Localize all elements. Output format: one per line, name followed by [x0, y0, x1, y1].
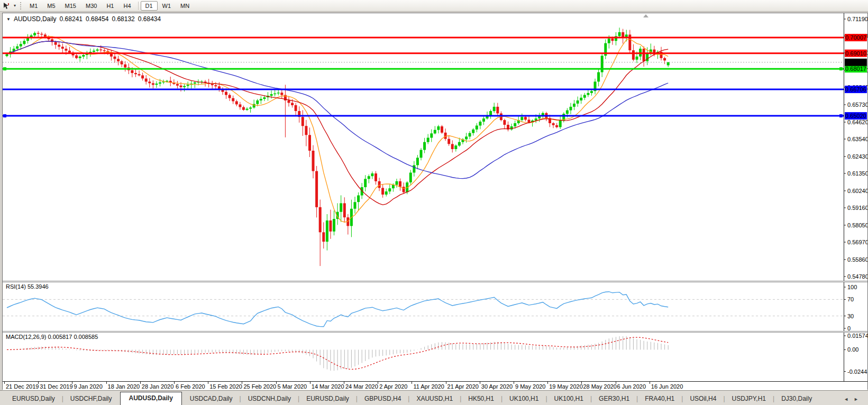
- toolbar-grip-handle[interactable]: [20, 2, 21, 10]
- timeframe-button-mn[interactable]: MN: [176, 1, 194, 11]
- line-handle[interactable]: [3, 67, 6, 70]
- time-axis-label: 16 Jun 2020: [651, 383, 683, 390]
- price-label-text: 0.68434: [845, 59, 866, 66]
- tab-ger30-h1[interactable]: GER30,H1: [592, 393, 636, 405]
- price-tick-label: 0.56970: [847, 239, 867, 245]
- time-axis-tick: [276, 382, 277, 384]
- tab-usoil-h4[interactable]: USOil,H4: [683, 393, 723, 405]
- tab-usdchf-daily[interactable]: USDCHF,Daily: [63, 393, 119, 405]
- tab-fra40-h1[interactable]: FRA40,H1: [638, 393, 681, 405]
- time-axis-tick: [378, 382, 378, 384]
- macd-indicator-panel[interactable]: 0.0157410.00-0.024412 MACD(12,26,9) 0.00…: [3, 333, 867, 381]
- macd-tick-label: -0.024412: [847, 369, 867, 375]
- price-label-text: 0.69010: [845, 50, 866, 57]
- price-label-text: 0.68017: [845, 66, 866, 72]
- tabs-scroll-right-icon[interactable]: ►: [854, 397, 864, 402]
- timeframe-button-m5[interactable]: M5: [42, 1, 60, 11]
- price-tick-label: 0.60240: [847, 188, 867, 194]
- timeframe-button-h4[interactable]: H4: [118, 1, 135, 11]
- symbol-timeframe-label: AUDUSD,Daily: [14, 15, 57, 23]
- time-axis-tick: [4, 382, 5, 384]
- time-axis-label: 19 May 2020: [549, 383, 583, 390]
- price-tick-label: 0.65730: [847, 102, 867, 108]
- timeframe-button-d1[interactable]: D1: [141, 1, 158, 11]
- ohlc-close-value: 0.68434: [138, 15, 161, 23]
- chart-shift-marker-icon[interactable]: [643, 14, 648, 17]
- price-chart-panel[interactable]: 0.711900.701100.690300.679200.668400.657…: [3, 13, 867, 281]
- price-tick-label: 0.62430: [847, 153, 867, 160]
- rsi-tick-label: 100: [847, 284, 857, 290]
- time-axis-label: 11 Apr 2020: [413, 383, 444, 390]
- tab-gbpusd-h4[interactable]: GBPUSD,H4: [358, 393, 408, 405]
- timeframe-button-h1[interactable]: H1: [102, 1, 118, 11]
- crosshair-tool-button[interactable]: [1, 1, 12, 11]
- time-axis-tick: [174, 382, 175, 384]
- chart-window: 0.711900.701100.690300.679200.668400.657…: [2, 13, 868, 390]
- price-tick-label: 0.61350: [847, 170, 867, 177]
- tab-eurusd-daily[interactable]: EURUSD,Daily: [299, 393, 356, 405]
- price-chart-canvas[interactable]: 0.711900.701100.690300.679200.668400.657…: [3, 13, 867, 281]
- timeframe-button-group: M1M5M15M30H1H4D1W1MN: [25, 1, 194, 11]
- chart-collapse-icon[interactable]: ▼: [6, 17, 11, 22]
- tab-usdjpy-h1[interactable]: USDJPY,H1: [725, 393, 773, 405]
- toolbar-separator: [138, 2, 139, 10]
- price-tick-label: 0.54780: [847, 273, 867, 280]
- tab-usdcnh-daily[interactable]: USDCNH,Daily: [241, 393, 298, 405]
- rsi-tick-label: 0: [847, 325, 851, 331]
- macd-label: MACD(12,26,9) 0.005817 0.008585: [6, 334, 98, 340]
- price-label-text: 0.65020: [845, 113, 866, 119]
- time-axis-tick: [514, 382, 514, 384]
- line-handle[interactable]: [839, 67, 843, 70]
- line-handle[interactable]: [839, 114, 843, 117]
- tab-eurusd-daily[interactable]: EURUSD,Daily: [5, 393, 62, 405]
- time-axis-label: 9 Jan 2020: [74, 383, 102, 390]
- timeframe-button-m1[interactable]: M1: [25, 1, 42, 11]
- time-axis-label: 18 Jan 2020: [108, 383, 140, 390]
- chart-title: ▼ AUDUSD,Daily 0.68241 0.68454 0.68132 0…: [6, 15, 164, 23]
- time-axis-label: 30 Apr 2020: [481, 383, 513, 390]
- price-tick-label: 0.64620: [847, 119, 867, 125]
- time-axis-label: 25 Feb 2020: [243, 383, 276, 390]
- price-label-text: 0.70007: [845, 34, 866, 41]
- time-axis-tick: [140, 382, 141, 384]
- time-axis-label: 9 May 2020: [515, 383, 545, 390]
- timeframe-button-m30[interactable]: M30: [81, 1, 102, 11]
- macd-canvas[interactable]: 0.0157410.00-0.024412: [3, 333, 867, 381]
- time-axis-label: 28 Jan 2020: [142, 383, 174, 390]
- price-tick-label: 0.59160: [847, 205, 867, 211]
- time-axis-label: 6 Feb 2020: [176, 383, 205, 390]
- time-axis-label: 21 Dec 2019: [6, 383, 39, 390]
- time-axis-tick: [650, 382, 650, 384]
- tab-hk50-h1[interactable]: HK50,H1: [461, 393, 501, 405]
- time-axis-tick: [72, 382, 72, 384]
- tab-xauusd-h1[interactable]: XAUUSD,H1: [409, 393, 460, 405]
- tab-audusd-daily[interactable]: AUDUSD,Daily: [120, 392, 182, 405]
- time-axis-tick: [480, 382, 480, 384]
- ohlc-low-value: 0.68132: [112, 15, 134, 23]
- tab-usdcad-daily[interactable]: USDCAD,Daily: [183, 393, 240, 405]
- time-axis-tick: [581, 382, 582, 384]
- chart-tabs: EURUSD,Daily|USDCHF,DailyAUDUSD,DailyUSD…: [0, 391, 819, 405]
- tabs-scroll-left-icon[interactable]: ◄: [844, 397, 854, 402]
- tab-uk100-h1[interactable]: UK100,H1: [547, 393, 590, 405]
- time-axis-tick: [106, 382, 107, 384]
- price-tick-label: 0.63540: [847, 136, 867, 142]
- rsi-canvas[interactable]: 10070300: [3, 282, 867, 331]
- time-axis-label: 24 Mar 2020: [345, 383, 378, 390]
- price-label-text: 0.66706: [845, 86, 866, 93]
- line-handle[interactable]: [3, 114, 6, 117]
- price-tick-label: 0.71190: [847, 16, 867, 22]
- rsi-tick-label: 70: [847, 296, 854, 302]
- timeframe-button-w1[interactable]: W1: [158, 1, 176, 11]
- timeframe-button-m15[interactable]: M15: [60, 1, 81, 11]
- time-axis-tick: [208, 382, 208, 384]
- tab-dj30-daily[interactable]: DJ30,Daily: [774, 393, 819, 405]
- rsi-indicator-panel[interactable]: 10070300 RSI(14) 55.3946: [3, 282, 867, 331]
- tool-dropdown-caret-icon[interactable]: ▾: [12, 3, 18, 8]
- tab-uk100-h1[interactable]: UK100,H1: [502, 393, 545, 405]
- time-axis-tick: [412, 382, 412, 384]
- chart-tab-bar: EURUSD,Daily|USDCHF,DailyAUDUSD,DailyUSD…: [0, 390, 868, 405]
- time-axis-label: 2 Apr 2020: [379, 383, 407, 390]
- candles: [6, 27, 670, 266]
- time-axis[interactable]: 21 Dec 201931 Dec 20199 Jan 202018 Jan 2…: [3, 381, 867, 391]
